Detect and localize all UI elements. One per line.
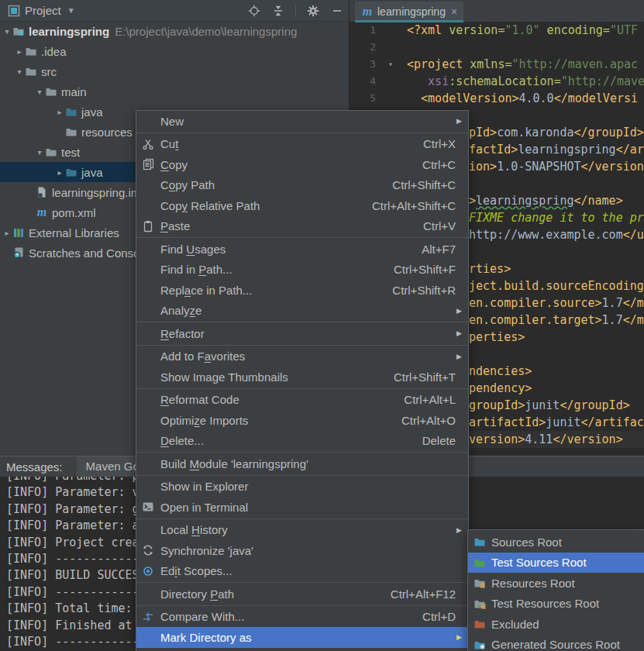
chevron-down-icon[interactable]: ▾ <box>34 88 45 96</box>
menu-item-open-in-terminal[interactable]: Open in Terminal <box>136 497 468 518</box>
tree-item-label: test <box>61 146 80 159</box>
menu-item-build-module-learningspring[interactable]: Build Module 'learningspring' <box>136 453 468 474</box>
menu-item-generated-sources-root[interactable]: Generated Sources Root <box>468 635 644 651</box>
menu-shortcut: Ctrl+Alt+L <box>404 393 456 406</box>
editor-tab-learningspring[interactable]: m learningspring × <box>355 2 463 22</box>
submenu-arrow-icon: ▶ <box>456 307 462 315</box>
menu-item-find-usages[interactable]: Find UsagesAlt+F7 <box>136 239 468 260</box>
chevron-down-icon[interactable]: ▾ <box>2 27 12 36</box>
menu-item-test-resources-root[interactable]: Test Resources Root <box>468 594 644 615</box>
menu-item-optimize-imports[interactable]: Optimize ImportsCtrl+Alt+O <box>136 410 468 431</box>
project-panel-header: Project ▼ <box>0 0 349 22</box>
sync-icon <box>142 544 154 556</box>
menu-item-copy-relative-path[interactable]: Copy Relative PathCtrl+Alt+Shift+C <box>136 195 468 216</box>
code-line: 2 <box>350 39 644 56</box>
menu-item-label: New <box>160 115 184 128</box>
menu-icon-spacer <box>142 394 154 406</box>
chevron-right-icon[interactable]: ▸ <box>2 229 12 237</box>
menu-item-delete[interactable]: Delete...Delete <box>136 431 468 452</box>
menu-item-edit-scopes[interactable]: Edit Scopes... <box>136 561 468 582</box>
settings-icon[interactable] <box>306 4 320 18</box>
menu-item-show-image-thumbnails[interactable]: Show Image ThumbnailsCtrl+Shift+T <box>136 367 468 388</box>
tree-item-label: main <box>61 85 87 98</box>
menu-item-label: Refactor <box>160 327 205 340</box>
tree-item-label: java <box>81 105 103 119</box>
line-number: 2 <box>350 39 376 56</box>
line-number: 1 <box>350 22 376 39</box>
terminal-icon <box>142 501 154 513</box>
menu-item-local-history[interactable]: Local History▶ <box>136 520 468 541</box>
menu-item-label: Show in Explorer <box>160 480 248 493</box>
code-text: rties> <box>469 260 511 277</box>
folder-icon <box>25 45 37 57</box>
menu-item-label: Cut <box>160 137 178 150</box>
chevron-down-icon[interactable]: ▼ <box>67 6 75 15</box>
editor-tab-bar: m learningspring × <box>350 0 644 22</box>
menu-item-synchronize-java[interactable]: Synchronize 'java' <box>136 540 468 561</box>
tree-item-learningspring[interactable]: ▾learningspringE:\project\java\demo\lear… <box>0 21 349 41</box>
folder-icon <box>45 146 57 158</box>
locate-icon[interactable] <box>247 4 261 18</box>
tree-item-src[interactable]: ▾src <box>0 61 349 81</box>
menu-item-add-to-favorites[interactable]: Add to Favorites▶ <box>136 346 468 367</box>
collapse-all-icon[interactable] <box>271 4 285 18</box>
menu-item-test-sources-root[interactable]: Test Sources Root <box>468 553 644 574</box>
close-icon[interactable]: × <box>451 5 457 18</box>
menu-icon-spacer <box>142 457 154 470</box>
chevron-down-icon[interactable]: ▾ <box>34 148 45 157</box>
menu-shortcut: Ctrl+Shift+C <box>392 178 456 191</box>
menu-separator <box>136 475 468 476</box>
menu-shortcut: Delete <box>422 434 456 447</box>
menu-item-label: Directory Path <box>160 587 234 601</box>
menu-item-show-in-explorer[interactable]: Show in Explorer <box>136 477 468 498</box>
folder-icon <box>65 126 77 138</box>
menu-icon-spacer <box>142 414 154 426</box>
menu-shortcut: Ctrl+X <box>423 137 456 150</box>
menu-item-reformat-code[interactable]: Reformat CodeCtrl+Alt+L <box>136 390 468 411</box>
mark-directory-as-submenu: Sources RootTest Sources RootResources R… <box>467 529 644 651</box>
menu-icon-spacer <box>142 587 154 600</box>
menu-item-analyze[interactable]: Analyze▶ <box>136 301 468 322</box>
maven-icon: m <box>361 5 374 18</box>
fold-marker-icon[interactable]: ▾ <box>388 56 393 73</box>
menu-item-sources-root[interactable]: Sources Root <box>468 532 644 553</box>
menu-item-resources-root[interactable]: Resources Root <box>468 573 644 594</box>
tree-item-main[interactable]: ▾main <box>0 81 349 102</box>
chevron-right-icon[interactable]: ▸ <box>54 108 65 116</box>
menu-item-copy-path[interactable]: Copy PathCtrl+Shift+C <box>136 175 468 196</box>
menu-item-cut[interactable]: CutCtrl+X <box>136 134 468 155</box>
menu-item-compare-with[interactable]: Compare With...Ctrl+D <box>136 607 468 628</box>
menu-item-copy[interactable]: CopyCtrl+C <box>136 154 468 175</box>
code-text: factId>learningspring</art <box>469 141 644 158</box>
menu-item-find-in-path[interactable]: Find in Path...Ctrl+Shift+F <box>136 260 468 281</box>
menu-item-label: Find in Path... <box>160 263 232 276</box>
menu-item-excluded[interactable]: Excluded <box>468 614 644 635</box>
test-sources-root-icon <box>474 556 486 569</box>
hide-panel-icon[interactable] <box>330 4 344 18</box>
menu-item-mark-directory-as[interactable]: Mark Directory as▶ <box>136 627 468 648</box>
chevron-right-icon[interactable]: ▸ <box>14 47 25 56</box>
menu-shortcut: Ctrl+Alt+O <box>401 414 456 427</box>
tree-item-idea[interactable]: ▸.idea <box>0 41 349 61</box>
menu-item-new[interactable]: New▶ <box>136 111 468 132</box>
menu-shortcut: Ctrl+Shift+R <box>392 284 456 297</box>
compare-icon <box>142 611 154 623</box>
test-resources-root-icon <box>474 598 486 610</box>
code-text: ndencies> <box>469 363 532 380</box>
menu-item-label: Build Module 'learningspring' <box>160 457 308 470</box>
paste-icon <box>142 220 154 232</box>
chevron-down-icon[interactable]: ▾ <box>14 67 25 76</box>
menu-item-refactor[interactable]: Refactor▶ <box>136 323 468 344</box>
menu-shortcut: Alt+F7 <box>422 243 456 256</box>
chevron-right-icon[interactable]: ▸ <box>54 168 65 177</box>
code-text: xsi:schemaLocation="http://mave <box>407 73 644 90</box>
code-text: <modelVersion>4.0.0</modelVersi <box>407 90 638 107</box>
menu-item-replace-in-path[interactable]: Replace in Path...Ctrl+Shift+R <box>136 280 468 301</box>
code-text: FIXME change it to the pro <box>469 209 644 226</box>
menu-item-directory-path[interactable]: Directory PathCtrl+Alt+F12 <box>136 584 468 604</box>
menu-item-paste[interactable]: PasteCtrl+V <box>136 216 468 237</box>
menu-item-label: Show Image Thumbnails <box>160 370 288 384</box>
menu-item-label: Generated Sources Root <box>491 638 620 651</box>
code-line: 4 xsi:schemaLocation="http://mave <box>350 73 644 90</box>
menu-shortcut: Ctrl+Alt+F12 <box>391 587 456 601</box>
